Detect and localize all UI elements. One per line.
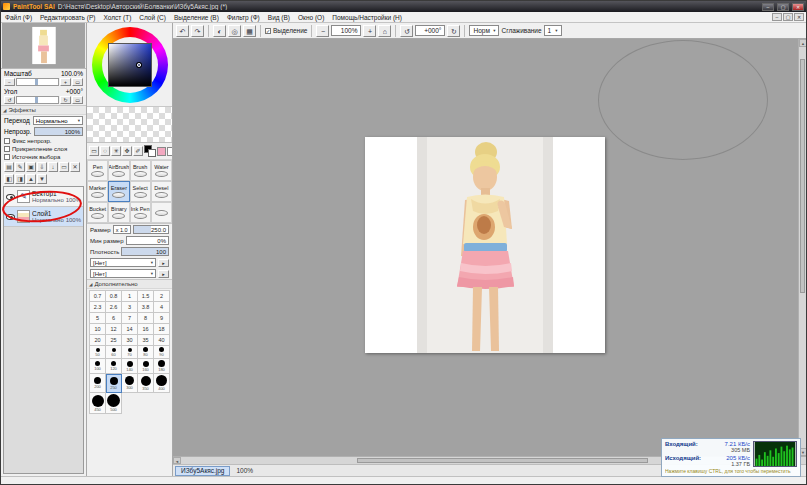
- brush-size-cell[interactable]: 250: [106, 374, 122, 393]
- tool-binary[interactable]: Binary: [108, 202, 129, 223]
- navigator-preview[interactable]: [1, 23, 86, 69]
- stabilizer-dropdown[interactable]: 1: [544, 25, 562, 36]
- tool-airbrush[interactable]: AirBrush: [108, 160, 129, 181]
- brush-effect-options-button[interactable]: ▸: [158, 270, 169, 278]
- maximize-button[interactable]: ▢: [777, 3, 789, 11]
- tool-pen[interactable]: Pen: [87, 160, 108, 181]
- brush-size-cell[interactable]: 25: [106, 335, 122, 346]
- brush-size-cell[interactable]: 70: [122, 346, 138, 359]
- brush-size-cell[interactable]: 450: [90, 393, 106, 414]
- scale-slider[interactable]: [16, 78, 59, 86]
- layer-option-checkbox[interactable]: Источник выбора: [1, 153, 86, 161]
- transparency-swatch-panel[interactable]: [87, 107, 172, 143]
- brush-size-cell[interactable]: 16: [138, 324, 154, 335]
- menu-item[interactable]: Фильтр (Ф): [223, 12, 264, 22]
- zoom-value-box[interactable]: 100%: [331, 25, 361, 36]
- angle-slider[interactable]: [16, 96, 59, 104]
- delete-layer-button[interactable]: ✕: [70, 162, 80, 172]
- brush-size-cell[interactable]: 80: [138, 346, 154, 359]
- brush-size-cell[interactable]: 3.8: [138, 302, 154, 313]
- brush-size-cell[interactable]: 500: [106, 393, 122, 414]
- brush-size-cell[interactable]: 4: [154, 302, 170, 313]
- layer-row[interactable]: ✎Вектор1Нормально100%: [4, 187, 83, 207]
- tool-bucket[interactable]: Bucket: [87, 202, 108, 223]
- zoom-out-mini-button[interactable]: −: [4, 78, 15, 86]
- brush-size-cell[interactable]: 160: [138, 359, 154, 374]
- brush-texture-options-button[interactable]: ▸: [158, 259, 169, 267]
- density-slider[interactable]: 100: [121, 247, 169, 256]
- tool-select[interactable]: Select: [130, 181, 151, 202]
- redo-button[interactable]: ↷: [191, 25, 204, 37]
- brush-size-cell[interactable]: 8: [138, 313, 154, 324]
- opacity-slider[interactable]: 100%: [34, 127, 83, 136]
- eyedropper-icon[interactable]: ✐: [133, 146, 143, 156]
- advanced-section-header[interactable]: ◢ Дополнительно: [87, 279, 172, 289]
- vertical-scrollbar[interactable]: ▲ ▼: [798, 39, 806, 456]
- menu-item[interactable]: Слой (С): [135, 12, 170, 22]
- layer-option-checkbox[interactable]: Фикс непрозр.: [1, 137, 86, 145]
- network-monitor[interactable]: Входящий: 7.21 КБ/с 305 МБ Исходящий: 20…: [661, 438, 801, 477]
- brush-size-cell[interactable]: 30: [122, 335, 138, 346]
- scroll-up-arrow-icon[interactable]: ▲: [799, 39, 806, 47]
- mdi-close-button[interactable]: ✕: [794, 13, 804, 21]
- brush-size-cell[interactable]: 14: [122, 324, 138, 335]
- zoom-in-button[interactable]: +: [363, 25, 376, 37]
- lasso-icon[interactable]: ◌: [100, 146, 110, 156]
- zoom-reset-button[interactable]: ⌂: [378, 25, 391, 37]
- brush-size-cell[interactable]: 20: [90, 335, 106, 346]
- effects-section-header[interactable]: ◢ Эффекты: [1, 105, 86, 115]
- visibility-eye-icon[interactable]: [6, 194, 15, 200]
- zoom-in-mini-button[interactable]: +: [60, 78, 71, 86]
- brush-size-cell[interactable]: 2.6: [106, 302, 122, 313]
- tool-ink-pen[interactable]: Ink Pen: [130, 202, 151, 223]
- brush-size-cell[interactable]: 12: [106, 324, 122, 335]
- canvas-viewport[interactable]: ▲ ▼: [173, 39, 806, 456]
- document-canvas[interactable]: [365, 137, 605, 353]
- brush-size-cell[interactable]: 0.7: [90, 291, 106, 302]
- brush-size-cell[interactable]: 350: [138, 374, 154, 393]
- new-layer-button[interactable]: ▤: [4, 162, 14, 172]
- angle-value-box[interactable]: +000°: [415, 25, 445, 36]
- selection-checkbox[interactable]: Выделение: [265, 27, 307, 34]
- hue-wheel-icon[interactable]: ◎: [228, 25, 241, 37]
- tool-brush[interactable]: Brush: [130, 160, 151, 181]
- brush-size-cell[interactable]: 90: [154, 346, 170, 359]
- brush-size-cell[interactable]: 2.3: [90, 302, 106, 313]
- menu-item[interactable]: Холст (Т): [99, 12, 135, 22]
- brush-size-cell[interactable]: 140: [122, 359, 138, 374]
- brush-size-cell[interactable]: 35: [138, 335, 154, 346]
- tool-desel[interactable]: Desel: [151, 181, 172, 202]
- tool-water[interactable]: Water: [151, 160, 172, 181]
- brush-size-cell[interactable]: 180: [154, 359, 170, 374]
- horizontal-scroll-thumb[interactable]: [357, 458, 648, 463]
- brush-size-cell[interactable]: 400: [154, 374, 170, 393]
- rotate-cw-mini-button[interactable]: ↻: [60, 96, 71, 104]
- zoom-out-button[interactable]: −: [316, 25, 329, 37]
- magic-wand-icon[interactable]: ✳: [111, 146, 121, 156]
- new-vector-layer-button[interactable]: ✎: [15, 162, 25, 172]
- clipping-group-button[interactable]: ◨: [15, 174, 25, 184]
- grid-view-icon[interactable]: ▦: [243, 25, 256, 37]
- brush-size-cell[interactable]: 120: [106, 359, 122, 374]
- brush-size-cell[interactable]: 7: [122, 313, 138, 324]
- brush-size-cell[interactable]: 18: [154, 324, 170, 335]
- tool-empty[interactable]: [151, 202, 172, 223]
- color-sphere-icon[interactable]: ◐: [213, 25, 226, 37]
- vertical-scroll-thumb[interactable]: [800, 59, 805, 293]
- rotate-cw-button[interactable]: ↻: [447, 25, 460, 37]
- brush-size-cell[interactable]: 200: [90, 374, 106, 393]
- undo-button[interactable]: ↶: [176, 25, 189, 37]
- min-size-slider[interactable]: 0%: [126, 236, 170, 245]
- brush-size-cell[interactable]: 50: [90, 346, 106, 359]
- brush-size-cell[interactable]: 60: [106, 346, 122, 359]
- layer-option-checkbox[interactable]: Прикрепление слоя: [1, 145, 86, 153]
- brush-size-cell[interactable]: 3: [122, 302, 138, 313]
- brush-size-cell[interactable]: 300: [122, 374, 138, 393]
- brush-size-cell[interactable]: 40: [154, 335, 170, 346]
- brush-size-cell[interactable]: 6: [106, 313, 122, 324]
- tool-marker[interactable]: Marker: [87, 181, 108, 202]
- minimize-button[interactable]: –: [762, 3, 774, 11]
- mdi-minimize-button[interactable]: –: [772, 13, 782, 21]
- layer-mask-button[interactable]: ◧: [4, 174, 14, 184]
- brush-size-cell[interactable]: 0.8: [106, 291, 122, 302]
